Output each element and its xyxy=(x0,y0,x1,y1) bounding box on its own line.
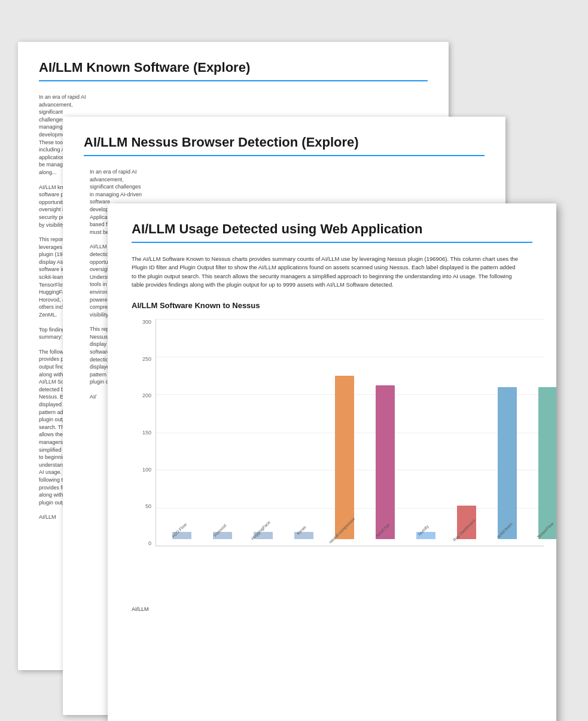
page-3-description: The AI/LLM Software Known to Nessus char… xyxy=(132,255,520,289)
bar-group-0: H2O.Flow xyxy=(162,532,201,546)
bar-label-3: Keras xyxy=(287,516,315,544)
chart-title: AI/LLM Software Known to Nessus xyxy=(132,301,532,310)
y-label-0: 0 xyxy=(148,540,151,546)
y-label-250: 250 xyxy=(142,356,151,362)
bar-group-8: scikit-learn xyxy=(488,387,526,546)
bar-group-6: Numify xyxy=(406,532,445,546)
bar-neural-compressor xyxy=(335,376,354,539)
bar-group-1: Horovod xyxy=(203,532,242,546)
bars-container: H2O.FlowHorovodHuggingFaceKerasneural-co… xyxy=(162,319,541,546)
bar-group-5: NextChat xyxy=(365,385,404,546)
chart-plot-area: H2O.FlowHorovodHuggingFaceKerasneural-co… xyxy=(156,319,544,546)
y-label-200: 200 xyxy=(142,393,151,398)
bar-label-2: HuggingFace xyxy=(246,516,275,544)
bar-chart: 300 250 200 150 100 50 0 xyxy=(132,319,520,570)
y-label-300: 300 xyxy=(142,319,151,325)
y-label-50: 50 xyxy=(145,503,151,509)
page-1-title: AI/LLM Known Software (Explore) xyxy=(39,60,428,81)
page-3-title: AI/LLM Usage Detected using Web Applicat… xyxy=(132,221,532,243)
page-3-bottom: AI/LLM xyxy=(132,606,532,612)
bar-group-7: Ray Dashboard xyxy=(447,506,486,546)
page-2-title: AI/LLM Nessus Browser Detection (Explore… xyxy=(84,135,485,156)
page-3-web-application: AI/LLM Usage Detected using Web Applicat… xyxy=(108,203,556,721)
bar-label-1: Horovod xyxy=(206,516,234,544)
bar-group-4: neural-compressor xyxy=(325,376,364,546)
bar-tensorflow xyxy=(538,387,557,539)
bar-group-2: HuggingFace xyxy=(243,532,282,546)
bar-label-6: Numify xyxy=(409,516,437,544)
y-axis: 300 250 200 150 100 50 0 xyxy=(132,319,154,546)
bar-label-0: H2O.Flow xyxy=(165,516,193,544)
bar-group-9: TensorFlow xyxy=(528,387,556,546)
page-stack: AI/LLM Known Software (Explore) In an er… xyxy=(0,0,588,721)
bar-nextchat xyxy=(376,385,395,539)
bar-scikit-learn xyxy=(498,387,517,539)
y-label-150: 150 xyxy=(142,430,151,436)
y-label-100: 100 xyxy=(142,467,151,473)
bar-group-3: Keras xyxy=(284,532,323,546)
